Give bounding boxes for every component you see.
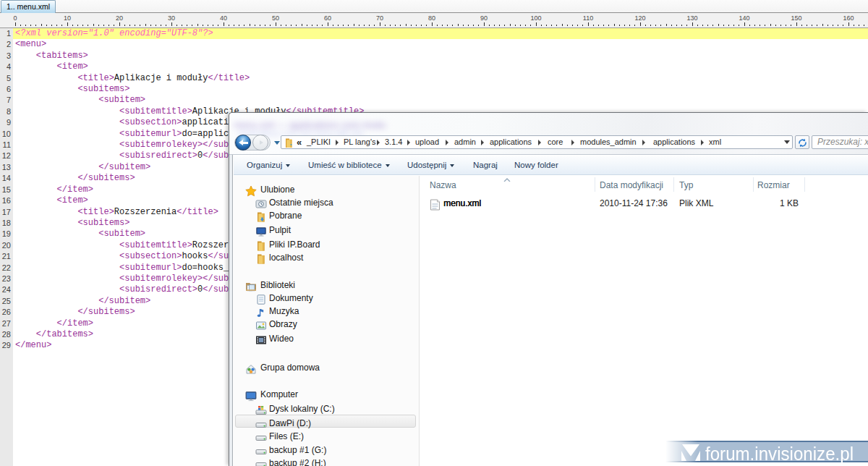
svg-text:forum.invisionize.pl: forum.invisionize.pl (705, 443, 854, 465)
svg-text:120: 120 (634, 14, 645, 22)
svg-text:130: 130 (686, 14, 697, 22)
svg-text:10: 10 (64, 14, 71, 22)
svg-text:160: 160 (843, 14, 854, 22)
svg-text:150: 150 (791, 14, 801, 22)
svg-text:50: 50 (272, 14, 279, 22)
svg-text:110: 110 (583, 14, 593, 22)
svg-text:60: 60 (324, 14, 331, 22)
svg-text:70: 70 (376, 14, 383, 22)
svg-text:80: 80 (428, 14, 435, 22)
svg-text:30: 30 (168, 14, 175, 22)
svg-text:140: 140 (739, 14, 749, 22)
svg-text:90: 90 (480, 14, 488, 22)
svg-text:40: 40 (220, 14, 227, 22)
svg-text:0: 0 (13, 14, 17, 22)
svg-text:100: 100 (530, 14, 541, 22)
svg-text:20: 20 (116, 14, 123, 22)
